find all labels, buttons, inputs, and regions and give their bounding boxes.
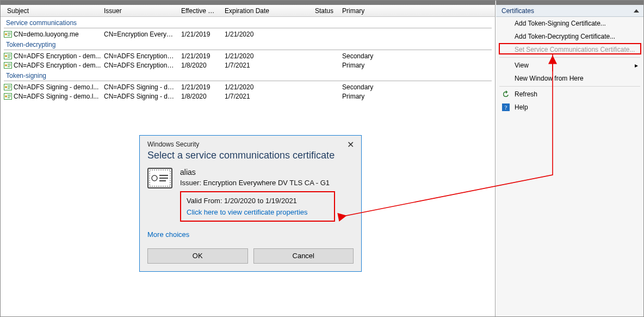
action-help[interactable]: ? Help xyxy=(496,101,643,114)
svg-rect-12 xyxy=(8,64,11,64)
cell-subject: CN=ADFS Signing - demo.l... xyxy=(4,93,101,100)
group-label: Service communications xyxy=(4,17,492,27)
svg-point-16 xyxy=(5,86,7,88)
certificate-icon xyxy=(4,31,12,38)
help-icon: ? xyxy=(501,103,510,112)
cert-validity: Valid From: 1/20/2020 to 1/19/2021 xyxy=(187,197,329,205)
ok-button[interactable]: OK xyxy=(147,248,248,264)
svg-rect-4 xyxy=(8,35,10,36)
cell-issuer: CN=Encryption Everywher... xyxy=(101,31,178,38)
action-set-service-cert: Set Service Communications Certificate..… xyxy=(496,43,643,56)
col-status-header[interactable]: Status xyxy=(312,7,339,15)
cell-expiration: 1/7/2021 xyxy=(221,62,312,69)
svg-text:?: ? xyxy=(505,104,507,111)
cell-primary: Primary xyxy=(339,62,388,69)
actions-header[interactable]: Certificates xyxy=(496,5,643,17)
col-effective-header[interactable]: Effective Date xyxy=(178,7,221,15)
dialog-close-button[interactable]: ✕ xyxy=(346,140,355,149)
action-refresh[interactable]: Refresh xyxy=(496,88,643,101)
action-add-token-signing[interactable]: Add Token-Signing Certificate... xyxy=(496,17,643,30)
table-row[interactable]: CN=ADFS Encryption - dem... CN=ADFS Encr… xyxy=(4,60,492,70)
svg-rect-7 xyxy=(8,54,11,55)
svg-rect-32 xyxy=(159,180,166,181)
cell-issuer: CN=ADFS Signing - demo.... xyxy=(101,93,178,100)
svg-rect-17 xyxy=(8,86,11,86)
certificate-icon xyxy=(4,93,12,100)
svg-rect-22 xyxy=(8,95,11,95)
subject-text: CN=ADFS Signing - demo.l... xyxy=(14,93,98,100)
view-cert-props-link[interactable]: Click here to view certificate propertie… xyxy=(187,208,329,216)
action-new-window[interactable]: New Window from Here xyxy=(496,72,643,85)
action-separator xyxy=(499,86,640,87)
cell-effective: 1/8/2020 xyxy=(178,62,221,69)
table-row[interactable]: CN=ADFS Signing - demo.l... CN=ADFS Sign… xyxy=(4,82,492,92)
svg-rect-19 xyxy=(8,88,10,89)
table-row[interactable]: CN=ADFS Signing - demo.l... CN=ADFS Sign… xyxy=(4,92,492,101)
cell-issuer: CN=ADFS Encryption - de... xyxy=(101,52,178,60)
group-label: Token-signing xyxy=(4,70,492,80)
table-body: Service communications CN=demo.luoyong.m… xyxy=(1,17,495,104)
cell-subject: CN=ADFS Encryption - dem... xyxy=(4,62,101,69)
svg-rect-23 xyxy=(8,96,11,96)
subject-text: CN=ADFS Signing - demo.l... xyxy=(14,83,98,91)
svg-point-6 xyxy=(5,55,7,57)
action-add-token-decrypting[interactable]: Add Token-Decrypting Certificate... xyxy=(496,30,643,43)
cell-effective: 1/21/2019 xyxy=(178,83,221,91)
svg-rect-24 xyxy=(8,97,10,98)
svg-rect-2 xyxy=(8,33,11,33)
svg-point-21 xyxy=(5,95,7,97)
action-label: View xyxy=(515,62,529,69)
certificate-icon xyxy=(4,62,12,69)
action-label: Add Token-Decrypting Certificate... xyxy=(515,33,615,40)
cell-effective: 1/21/2019 xyxy=(178,31,221,38)
cert-alias: alias xyxy=(180,168,354,176)
svg-rect-30 xyxy=(159,175,168,176)
group-separator xyxy=(4,28,492,28)
cell-subject: CN=ADFS Signing - demo.l... xyxy=(4,83,101,91)
cell-issuer: CN=ADFS Signing - demo.... xyxy=(101,83,178,91)
subject-text: CN=ADFS Encryption - dem... xyxy=(14,62,101,69)
action-view[interactable]: View ▸ xyxy=(496,59,643,72)
dialog-caption: Windows Security xyxy=(147,141,199,148)
table-row[interactable]: CN=ADFS Encryption - dem... CN=ADFS Encr… xyxy=(4,51,492,60)
close-icon: ✕ xyxy=(347,139,354,150)
subject-text: CN=demo.luoyong.me xyxy=(14,31,79,38)
cell-subject: CN=demo.luoyong.me xyxy=(4,31,101,38)
cell-subject: CN=ADFS Encryption - dem... xyxy=(4,52,101,60)
svg-rect-9 xyxy=(8,57,10,58)
cancel-button[interactable]: Cancel xyxy=(253,248,354,264)
group-separator xyxy=(4,50,492,50)
more-choices-link[interactable]: More choices xyxy=(140,225,361,245)
svg-rect-18 xyxy=(8,87,11,87)
actions-title: Certificates xyxy=(501,7,534,15)
group-separator xyxy=(4,81,492,81)
cell-effective: 1/8/2020 xyxy=(178,93,221,100)
action-label: Refresh xyxy=(515,90,537,98)
collapse-icon xyxy=(634,9,639,13)
svg-point-1 xyxy=(5,33,7,35)
action-label: Add Token-Signing Certificate... xyxy=(515,20,606,27)
main-top-strip xyxy=(1,1,495,5)
certificate-icon xyxy=(4,53,12,59)
col-subject-header[interactable]: Subject xyxy=(4,7,101,15)
action-label: New Window from Here xyxy=(515,75,584,82)
cell-expiration: 1/21/2020 xyxy=(221,52,312,60)
col-expiration-header[interactable]: Expiration Date xyxy=(221,7,312,15)
cert-issuer: Issuer: Encryption Everywhere DV TLS CA … xyxy=(180,178,354,188)
certificate-icon xyxy=(4,84,12,90)
cell-expiration: 1/7/2021 xyxy=(221,93,312,100)
actions-top-strip xyxy=(496,1,643,5)
action-separator xyxy=(499,57,640,58)
refresh-icon xyxy=(501,90,510,99)
cell-primary: Secondary xyxy=(339,52,388,60)
col-issuer-header[interactable]: Issuer xyxy=(101,7,178,15)
svg-rect-31 xyxy=(159,178,168,179)
cell-expiration: 1/21/2020 xyxy=(221,83,312,91)
svg-rect-8 xyxy=(8,56,11,56)
submenu-arrow-icon: ▸ xyxy=(635,62,638,69)
svg-point-11 xyxy=(5,64,7,66)
actions-pane: Certificates Add Token-Signing Certifica… xyxy=(496,1,643,317)
col-primary-header[interactable]: Primary xyxy=(339,7,388,15)
table-row[interactable]: CN=demo.luoyong.me CN=Encryption Everywh… xyxy=(4,29,492,39)
svg-rect-3 xyxy=(8,34,11,34)
